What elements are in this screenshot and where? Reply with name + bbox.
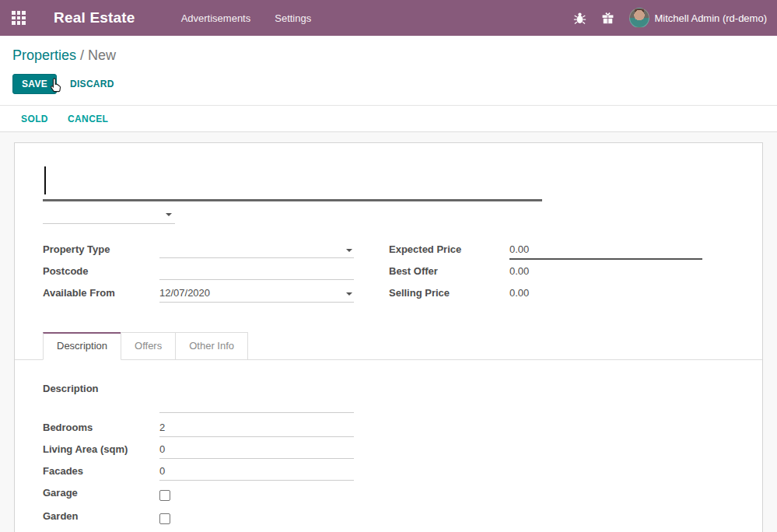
living-area-label: Living Area (sqm) [43, 441, 159, 455]
bug-icon[interactable] [573, 12, 586, 25]
garage-checkbox-cell [159, 485, 354, 508]
field-row-garden: Garden [43, 508, 354, 531]
breadcrumb: Properties / New [12, 46, 765, 65]
chevron-down-icon [346, 249, 352, 252]
top-navbar: Real Estate Advertisements Settings [0, 0, 777, 36]
garden-label: Garden [43, 508, 159, 522]
tab-offers[interactable]: Offers [121, 332, 176, 359]
bedrooms-input[interactable]: 2 [159, 419, 354, 437]
description-textarea[interactable] [159, 380, 354, 413]
control-panel: Properties / New SAVE DISCARD [0, 36, 777, 105]
bedrooms-label: Bedrooms [43, 419, 159, 433]
description-label: Description [43, 380, 159, 394]
field-row-living-area: Living Area (sqm) 0 [43, 441, 354, 463]
property-type-label: Property Type [43, 241, 159, 255]
field-row-bedrooms: Bedrooms 2 [43, 419, 354, 441]
description-fields: Bedrooms 2 Living Area (sqm) 0 [43, 419, 354, 532]
user-name: Mitchell Admin (rd-demo) [655, 12, 768, 24]
postcode-label: Postcode [43, 263, 159, 277]
apps-menu-icon[interactable] [12, 11, 26, 25]
sold-button[interactable]: SOLD [21, 114, 48, 124]
field-row-selling-price: Selling Price 0.00 [389, 285, 702, 306]
tab-header: Description Offers Other Info [15, 332, 762, 360]
field-row-best-offer: Best Offer 0.00 [389, 263, 702, 285]
field-row-property-type: Property Type [43, 241, 354, 263]
garden-checkbox-cell [159, 508, 354, 531]
field-row-description: Description [43, 380, 734, 413]
garden-checkbox[interactable] [159, 513, 170, 524]
expected-price-label: Expected Price [389, 241, 509, 255]
best-offer-label: Best Offer [389, 263, 509, 277]
main-menu: Advertisements Settings [180, 1, 313, 36]
text-cursor [44, 166, 46, 194]
field-row-facades: Facades 0 [43, 463, 354, 485]
menu-settings[interactable]: Settings [273, 1, 313, 36]
breadcrumb-current: New [88, 47, 116, 63]
field-row-available-from: Available From 12/07/2020 [43, 285, 354, 306]
menu-advertisements[interactable]: Advertisements [180, 1, 253, 36]
breadcrumb-properties-link[interactable]: Properties [12, 47, 76, 63]
field-row-expected-price: Expected Price 0.00 [389, 241, 702, 263]
garage-checkbox[interactable] [159, 490, 170, 501]
property-type-select[interactable] [159, 241, 354, 258]
property-name-input[interactable] [43, 165, 542, 201]
tab-description[interactable]: Description [43, 332, 121, 360]
chevron-down-icon [166, 213, 172, 216]
app-brand[interactable]: Real Estate [54, 9, 135, 26]
statusbar: SOLD CANCEL [0, 105, 777, 132]
cancel-button[interactable]: CANCEL [68, 114, 108, 124]
facades-input[interactable]: 0 [159, 463, 354, 481]
odoo-real-estate-app: Real Estate Advertisements Settings [0, 0, 777, 532]
save-button[interactable]: SAVE [12, 74, 57, 94]
selling-price-value: 0.00 [509, 285, 702, 302]
form-sheet: Property Type Postcode Available Fr [14, 142, 763, 532]
best-offer-value: 0.00 [509, 263, 702, 280]
available-from-date-input[interactable]: 12/07/2020 [159, 285, 354, 303]
form-view: Property Type Postcode Available Fr [0, 132, 777, 532]
expected-price-input[interactable]: 0.00 [509, 241, 702, 260]
gift-icon[interactable] [601, 12, 614, 25]
living-area-input[interactable]: 0 [159, 441, 354, 459]
notebook: Description Offers Other Info Descriptio… [15, 332, 762, 532]
available-from-label: Available From [43, 285, 159, 299]
facades-label: Facades [43, 463, 159, 477]
user-menu[interactable]: Mitchell Admin (rd-demo) [629, 8, 768, 28]
field-row-postcode: Postcode [43, 263, 354, 285]
tab-content-description: Description Bedrooms 2 [15, 360, 762, 532]
breadcrumb-separator: / [80, 47, 84, 63]
field-group-left: Property Type Postcode Available Fr [43, 241, 354, 306]
tags-input[interactable] [43, 202, 175, 224]
field-group: Property Type Postcode Available Fr [43, 241, 734, 306]
selling-price-label: Selling Price [389, 285, 509, 299]
chevron-down-icon [346, 292, 352, 296]
postcode-input[interactable] [159, 263, 354, 280]
action-buttons-row: SAVE DISCARD [12, 74, 765, 105]
garage-label: Garage [43, 485, 159, 499]
tab-other-info[interactable]: Other Info [175, 332, 248, 359]
field-group-right: Expected Price 0.00 Best Offer 0.00 Sell… [389, 241, 702, 306]
field-row-garage: Garage [43, 485, 354, 508]
navbar-right: Mitchell Admin (rd-demo) [573, 8, 768, 28]
discard-button[interactable]: DISCARD [70, 79, 114, 89]
user-avatar [629, 8, 649, 28]
